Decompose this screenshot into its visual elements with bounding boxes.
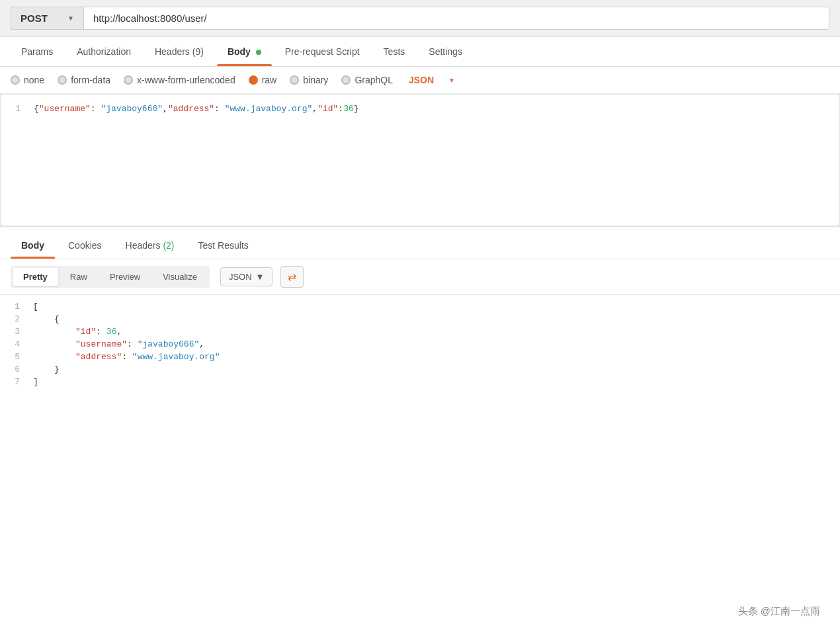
tab-params[interactable]: Params (11, 37, 63, 66)
wrap-icon: ⇄ (288, 271, 296, 283)
response-tab-testresults[interactable]: Test Results (188, 232, 259, 259)
response-line-num-3: 3 (0, 327, 33, 337)
response-tab-body[interactable]: Body (11, 232, 55, 259)
method-label: POST (21, 13, 48, 24)
tab-headers[interactable]: Headers (9) (144, 37, 214, 66)
response-body: 1 [ 2 { 3 "id": 36, 4 "username": "javab… (0, 294, 840, 440)
radio-none[interactable]: none (11, 75, 44, 85)
request-tabs-row: Params Authorization Headers (9) Body Pr… (0, 37, 840, 67)
response-tab-cookies[interactable]: Cookies (58, 232, 112, 259)
format-tab-pretty[interactable]: Pretty (13, 268, 58, 286)
radio-urlencoded-circle (124, 75, 133, 85)
format-select[interactable]: JSON ▼ (220, 267, 273, 286)
json-format-chevron-icon[interactable]: ▼ (448, 77, 455, 84)
tab-authorization[interactable]: Authorization (66, 37, 142, 66)
section-divider (0, 226, 840, 227)
radio-raw-circle (249, 75, 258, 85)
response-line-6: 6 } (0, 363, 840, 376)
url-input[interactable] (83, 7, 829, 30)
response-line-num-7: 7 (0, 377, 33, 387)
radio-graphql[interactable]: GraphQL (341, 75, 393, 85)
radio-graphql-circle (341, 75, 351, 85)
format-tab-preview[interactable]: Preview (99, 268, 151, 286)
response-line-num-6: 6 (0, 364, 33, 374)
request-code-editor[interactable]: 1 {"username": "javaboy666","address": "… (0, 94, 840, 226)
response-tab-headers[interactable]: Headers (2) (115, 232, 185, 259)
body-active-dot (256, 50, 261, 55)
radio-binary-circle (290, 75, 299, 85)
format-select-chevron-icon: ▼ (256, 272, 265, 282)
response-line-4: 4 "username": "javaboy666", (0, 338, 840, 351)
response-line-5: 5 "address": "www.javaboy.org" (0, 351, 840, 363)
response-line-num-4: 4 (0, 339, 33, 349)
json-format-label[interactable]: JSON (409, 75, 434, 85)
radio-formdata-circle (58, 75, 67, 85)
wrap-button[interactable]: ⇄ (280, 266, 304, 288)
method-select[interactable]: POST ▼ (11, 7, 83, 30)
response-line-num-5: 5 (0, 352, 33, 362)
response-line-7: 7 ] (0, 376, 840, 388)
radio-formdata[interactable]: form-data (58, 75, 110, 85)
format-tab-visualize[interactable]: Visualize (152, 268, 208, 286)
response-line-num-1: 1 (0, 302, 33, 312)
tab-tests[interactable]: Tests (373, 37, 416, 66)
radio-none-circle (11, 75, 20, 85)
response-line-2: 2 { (0, 313, 840, 325)
url-bar: POST ▼ (0, 0, 840, 37)
request-line-1: 1 {"username": "javaboy666","address": "… (1, 103, 839, 115)
body-type-row: none form-data x-www-form-urlencoded raw… (0, 67, 840, 94)
tab-settings[interactable]: Settings (418, 37, 473, 66)
format-bar: Pretty Raw Preview Visualize JSON ▼ ⇄ (0, 259, 840, 294)
format-tab-raw[interactable]: Raw (60, 268, 98, 286)
format-tabs-group: Pretty Raw Preview Visualize (11, 266, 210, 288)
line-number-1: 1 (1, 104, 34, 114)
radio-raw[interactable]: raw (249, 75, 277, 85)
response-tabs-row: Body Cookies Headers (2) Test Results (0, 232, 840, 259)
tab-prerequest[interactable]: Pre-request Script (274, 37, 370, 66)
response-line-1: 1 [ (0, 300, 840, 313)
radio-binary[interactable]: binary (290, 75, 328, 85)
radio-urlencoded[interactable]: x-www-form-urlencoded (124, 75, 235, 85)
method-chevron-icon: ▼ (67, 15, 74, 22)
response-line-num-2: 2 (0, 314, 33, 324)
response-line-3: 3 "id": 36, (0, 325, 840, 338)
tab-body[interactable]: Body (217, 37, 272, 66)
request-body-content: {"username": "javaboy666","address": "ww… (34, 104, 359, 114)
